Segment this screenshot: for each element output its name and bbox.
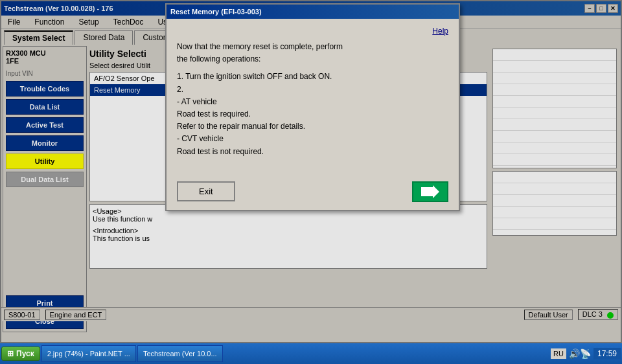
taskbar-paint[interactable]: 2.jpg (74%) - Paint.NET ... bbox=[41, 345, 136, 362]
next-arrow-button[interactable] bbox=[412, 181, 448, 202]
start-label: Пуск bbox=[16, 349, 34, 358]
tray-icons: 🔊📡 bbox=[569, 348, 591, 359]
modal-line-3 bbox=[177, 65, 448, 71]
svg-marker-0 bbox=[421, 185, 439, 198]
modal-overlay: Reset Memory (EFI-03-003) Help Now that … bbox=[0, 0, 622, 343]
start-button[interactable]: ⊞ Пуск bbox=[1, 347, 40, 361]
taskbar: ⊞ Пуск 2.jpg (74%) - Paint.NET ... Techs… bbox=[0, 343, 622, 364]
modal-line-4: 1. Turn the ignition switch OFF and back… bbox=[177, 71, 448, 83]
start-icon: ⊞ bbox=[7, 349, 14, 358]
modal-line-7: Road test is required. bbox=[177, 108, 448, 120]
modal-title: Reset Memory (EFI-03-003) bbox=[170, 8, 262, 16]
lang-indicator: RU bbox=[551, 348, 566, 359]
system-clock: 17:59 bbox=[593, 348, 621, 359]
modal-body-text: Now that the memory reset is complete, p… bbox=[177, 41, 448, 158]
modal-line-2: the following operations: bbox=[177, 53, 448, 65]
reset-memory-dialog: Reset Memory (EFI-03-003) Help Now that … bbox=[165, 3, 460, 211]
modal-line-9: - CVT vehicle bbox=[177, 133, 448, 145]
modal-title-bar: Reset Memory (EFI-03-003) bbox=[167, 5, 459, 19]
modal-line-8: Refer to the repair manual for details. bbox=[177, 120, 448, 133]
modal-help-link[interactable]: Help bbox=[177, 27, 448, 36]
taskbar-techstream[interactable]: Techstream (Ver 10.0... bbox=[137, 345, 223, 362]
modal-line-1: Now that the memory reset is complete, p… bbox=[177, 41, 448, 53]
modal-footer: Exit bbox=[167, 176, 459, 210]
modal-content: Help Now that the memory reset is comple… bbox=[167, 19, 459, 176]
exit-button[interactable]: Exit bbox=[177, 181, 235, 201]
modal-line-6: - AT vehicle bbox=[177, 96, 448, 108]
taskbar-tray: RU 🔊📡 17:59 bbox=[551, 348, 621, 359]
modal-line-5: 2. bbox=[177, 84, 448, 96]
modal-line-10: Road test is not required. bbox=[177, 146, 448, 158]
